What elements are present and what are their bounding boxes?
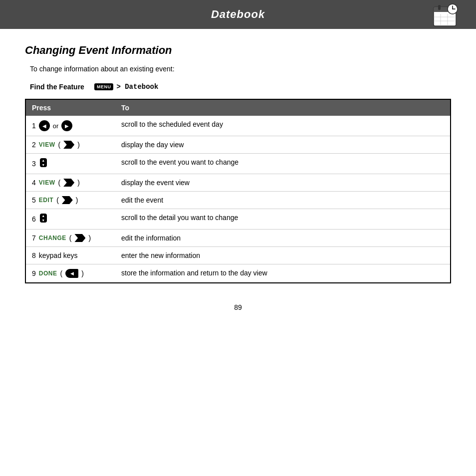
nav-right-icon <box>61 120 72 131</box>
to-cell-3: scroll to the event you want to change <box>115 154 451 174</box>
header-title: Datebook <box>211 8 265 21</box>
svg-rect-3 <box>438 5 441 10</box>
main-content: Changing Event Information To change inf… <box>0 29 476 293</box>
paren-open-4: ( <box>58 179 60 187</box>
step-1: 1 <box>32 122 36 130</box>
right-arrow-btn-5 <box>62 196 73 204</box>
nav-left-icon <box>39 120 50 131</box>
find-feature-label: Find the Feature <box>30 83 84 91</box>
right-arrow-btn-7 <box>74 234 85 242</box>
press-cell-7: 7 CHANGE ( ) <box>25 230 115 247</box>
paren-open-9: ( <box>60 269 62 277</box>
paren-close-4: ) <box>77 179 80 187</box>
col-header-to: To <box>115 99 451 116</box>
edit-label-5: EDIT <box>39 197 53 204</box>
joystick-icon-3 <box>39 158 48 169</box>
keypad-keys-label: keypad keys <box>39 251 78 259</box>
find-feature-row: Find the Feature MENU > Datebook <box>25 83 451 91</box>
step-2: 2 <box>32 141 36 149</box>
table-row: 2 VIEW ( ) display the day view <box>25 136 451 154</box>
page-header: Datebook <box>0 0 476 29</box>
paren-close-7: ) <box>88 234 91 242</box>
table-row: 9 DONE ( ) store the information and ret… <box>25 264 451 283</box>
intro-text: To change information about an existing … <box>25 65 451 73</box>
table-row: 4 VIEW ( ) display the event view <box>25 174 451 192</box>
paren-close-5: ) <box>76 196 78 204</box>
step-5: 5 <box>32 196 36 204</box>
table-header: Press To <box>25 99 451 116</box>
to-cell-5: edit the event <box>115 192 451 209</box>
to-cell-2: display the day view <box>115 136 451 154</box>
step-3: 3 <box>32 160 36 168</box>
to-cell-6: scroll to the detail you want to change <box>115 209 451 230</box>
col-header-press: Press <box>25 99 115 116</box>
paren-open-5: ( <box>56 196 59 204</box>
datebook-icon <box>431 2 461 31</box>
step-6: 6 <box>32 215 36 223</box>
paren-open-7: ( <box>69 234 72 242</box>
menu-button-label: MENU <box>94 83 114 90</box>
press-cell-1: 1 or <box>25 116 115 136</box>
step-7: 7 <box>32 234 36 242</box>
paren-close-2: ) <box>77 141 80 149</box>
view-label-2: VIEW <box>39 141 55 148</box>
paren-open-2: ( <box>58 141 60 149</box>
press-cell-9: 9 DONE ( ) <box>25 264 115 283</box>
press-cell-4: 4 VIEW ( ) <box>25 174 115 192</box>
step-4: 4 <box>32 179 36 187</box>
to-cell-8: enter the new information <box>115 247 451 264</box>
to-cell-1: scroll to the scheduled event day <box>115 116 451 136</box>
instruction-table: Press To 1 or scroll to the scheduled ev… <box>25 99 451 283</box>
press-cell-8: 8 keypad keys <box>25 247 115 264</box>
page-title: Changing Event Information <box>25 44 451 57</box>
table-row: 6 scroll to the detail you want to chang… <box>25 209 451 230</box>
paren-close-9: ) <box>81 269 84 277</box>
step-8: 8 <box>32 251 36 259</box>
right-arrow-btn-4 <box>63 179 74 187</box>
table-row: 3 scroll to the event you want to change <box>25 154 451 174</box>
page-number: 89 <box>0 293 476 321</box>
to-cell-7: edit the information <box>115 230 451 247</box>
table-row: 7 CHANGE ( ) edit the information <box>25 230 451 247</box>
view-label-4: VIEW <box>39 179 55 186</box>
table-row: 1 or scroll to the scheduled event day <box>25 116 451 136</box>
press-cell-3: 3 <box>25 154 115 174</box>
find-feature-value: MENU > Datebook <box>94 83 159 91</box>
done-label-9: DONE <box>39 270 57 277</box>
left-arrow-btn-9 <box>65 269 78 278</box>
right-arrow-btn-2 <box>63 141 74 149</box>
or-text-1: or <box>53 122 59 130</box>
step-9: 9 <box>32 269 36 277</box>
press-cell-5: 5 EDIT ( ) <box>25 192 115 209</box>
table-row: 5 EDIT ( ) edit the event <box>25 192 451 209</box>
to-cell-4: display the event view <box>115 174 451 192</box>
table-body: 1 or scroll to the scheduled event day 2… <box>25 116 451 283</box>
press-cell-2: 2 VIEW ( ) <box>25 136 115 154</box>
table-row: 8 keypad keys enter the new information <box>25 247 451 264</box>
press-cell-6: 6 <box>25 209 115 230</box>
joystick-icon-6 <box>39 214 48 225</box>
feature-path: > Datebook <box>116 83 158 91</box>
change-label-7: CHANGE <box>39 235 66 241</box>
to-cell-9: store the information and return to the … <box>115 264 451 283</box>
